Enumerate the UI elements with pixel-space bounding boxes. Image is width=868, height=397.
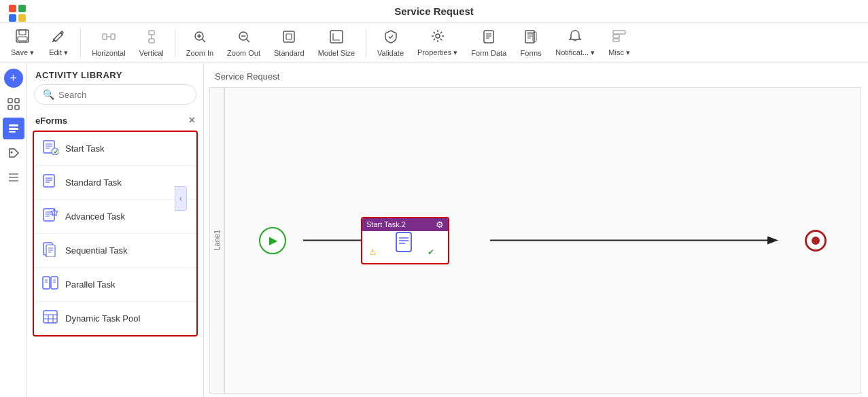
- svg-rect-67: [51, 277, 58, 289]
- model-size-label: Model Size: [318, 49, 355, 57]
- zoom-out-label: Zoom Out: [227, 49, 260, 57]
- svg-rect-37: [15, 99, 19, 103]
- form-data-label: Form Data: [471, 49, 506, 57]
- svg-rect-36: [8, 99, 12, 103]
- title-bar: Service Request: [0, 0, 868, 23]
- svg-rect-8: [111, 34, 115, 39]
- misc-label: Misc ▾: [608, 48, 630, 57]
- save-label: Save ▾: [11, 48, 34, 57]
- task-doc-icon: [393, 231, 417, 260]
- eforms-header: eForms ×: [27, 110, 203, 131]
- svg-rect-5: [19, 30, 26, 35]
- parallel-task-label: Parallel Task: [65, 279, 115, 290]
- activity-library-title: ACTIVITY LIBRARY: [27, 63, 203, 84]
- standard-task-label: Standard Task: [65, 177, 122, 188]
- toolbar-horizontal[interactable]: Horizontal: [86, 27, 131, 60]
- svg-rect-62: [46, 245, 55, 257]
- end-node[interactable]: [805, 230, 827, 252]
- sidebar-tag-icon[interactable]: [3, 142, 24, 164]
- task-node-body: ✔ ⚠: [362, 231, 448, 261]
- sidebar-grid-icon[interactable]: [3, 93, 24, 115]
- svg-rect-6: [18, 37, 27, 41]
- toolbar-misc[interactable]: Misc ▾: [603, 26, 636, 60]
- svg-rect-2: [9, 14, 16, 22]
- svg-rect-0: [9, 5, 16, 12]
- validate-icon: [383, 29, 398, 48]
- toolbar-properties[interactable]: Properties ▾: [412, 26, 463, 60]
- toolbar-model-size[interactable]: Model Size: [313, 27, 360, 60]
- task-node-header: Start Task.2 ⚙: [362, 218, 448, 231]
- task-item-start-task[interactable]: Start Task: [34, 132, 196, 166]
- svg-rect-7: [103, 34, 107, 39]
- svg-rect-20: [283, 31, 294, 42]
- start-node[interactable]: ▶: [259, 227, 286, 254]
- vertical-icon: [144, 29, 159, 48]
- eforms-close-button[interactable]: ×: [189, 114, 195, 126]
- search-input[interactable]: [58, 90, 188, 100]
- edit-icon: [51, 29, 66, 47]
- standard-icon: [281, 29, 296, 48]
- form-data-icon: [481, 29, 496, 48]
- task-check-badge: ✔: [428, 247, 434, 257]
- canvas-label: Service Request: [215, 71, 279, 82]
- dynamic-task-pool-icon: [42, 309, 58, 328]
- start-task-icon: [42, 139, 58, 158]
- flow-container: ▶ Start Task.2 ⚙: [225, 88, 861, 393]
- zoom-out-icon: [237, 29, 251, 48]
- task-item-advanced-task[interactable]: Advanced Task: [34, 200, 196, 234]
- lane-label: Lane1: [213, 230, 221, 251]
- svg-rect-29: [527, 33, 532, 34]
- model-size-icon: [329, 29, 344, 48]
- svg-rect-39: [15, 105, 19, 109]
- task-item-sequential-task[interactable]: Sequential Task: [34, 234, 196, 268]
- svg-rect-66: [43, 277, 50, 289]
- task-node-title: Start Task.2: [366, 220, 406, 228]
- toolbar-validate[interactable]: Validate: [372, 27, 409, 60]
- notifications-icon: [568, 29, 583, 47]
- task-item-parallel-task[interactable]: Parallel Task: [34, 268, 196, 302]
- svg-rect-33: [613, 31, 625, 34]
- svg-line-14: [202, 39, 205, 42]
- task-item-standard-task[interactable]: Standard Task: [34, 166, 196, 200]
- toolbar-forms[interactable]: Forms: [515, 27, 547, 60]
- advanced-task-icon: [42, 207, 58, 226]
- toolbar-form-data[interactable]: Form Data: [466, 27, 512, 60]
- toolbar: Save ▾ Edit ▾ Horizontal: [0, 23, 868, 63]
- sidebar-list-icon[interactable]: [3, 118, 24, 139]
- forms-icon: [523, 29, 538, 48]
- svg-rect-38: [8, 105, 12, 109]
- task-node[interactable]: Start Task.2 ⚙ ✔ ⚠: [361, 217, 449, 264]
- activity-library-panel: ACTIVITY LIBRARY 🔍 eForms ×: [27, 63, 204, 397]
- stop-icon: [812, 237, 820, 245]
- svg-rect-22: [330, 31, 343, 43]
- toolbar-zoom-in[interactable]: Zoom In: [181, 27, 219, 60]
- sep2: [175, 29, 175, 56]
- validate-label: Validate: [377, 49, 404, 57]
- svg-point-51: [52, 148, 58, 155]
- sidebar-chart-icon[interactable]: [3, 167, 24, 188]
- toolbar-standard[interactable]: Standard: [268, 27, 310, 60]
- svg-rect-11: [149, 39, 154, 43]
- zoom-in-icon: [192, 29, 207, 48]
- search-box[interactable]: 🔍: [34, 84, 196, 105]
- svg-point-43: [10, 152, 12, 154]
- svg-rect-72: [44, 311, 57, 323]
- add-activity-button[interactable]: +: [4, 69, 23, 88]
- svg-rect-34: [613, 35, 619, 38]
- toolbar-zoom-out[interactable]: Zoom Out: [222, 27, 266, 60]
- svg-rect-21: [286, 34, 292, 39]
- workflow-canvas: ▶ Start Task.2 ⚙: [224, 87, 861, 394]
- search-icon: 🔍: [43, 89, 54, 100]
- eforms-label: eForms: [35, 116, 67, 126]
- panel-collapse-button[interactable]: ‹: [175, 186, 187, 211]
- toolbar-vertical[interactable]: Vertical: [134, 27, 169, 60]
- task-item-dynamic-task-pool[interactable]: Dynamic Task Pool: [34, 302, 196, 335]
- connectors-svg: [225, 88, 861, 393]
- main-layout: +: [0, 63, 868, 397]
- toolbar-save[interactable]: Save ▾: [5, 26, 39, 60]
- toolbar-edit[interactable]: Edit ▾: [42, 26, 75, 60]
- play-icon: ▶: [269, 234, 277, 247]
- sequential-task-label: Sequential Task: [65, 245, 128, 256]
- toolbar-notifications[interactable]: Notificat... ▾: [550, 26, 600, 60]
- task-gear-icon[interactable]: ⚙: [436, 220, 444, 230]
